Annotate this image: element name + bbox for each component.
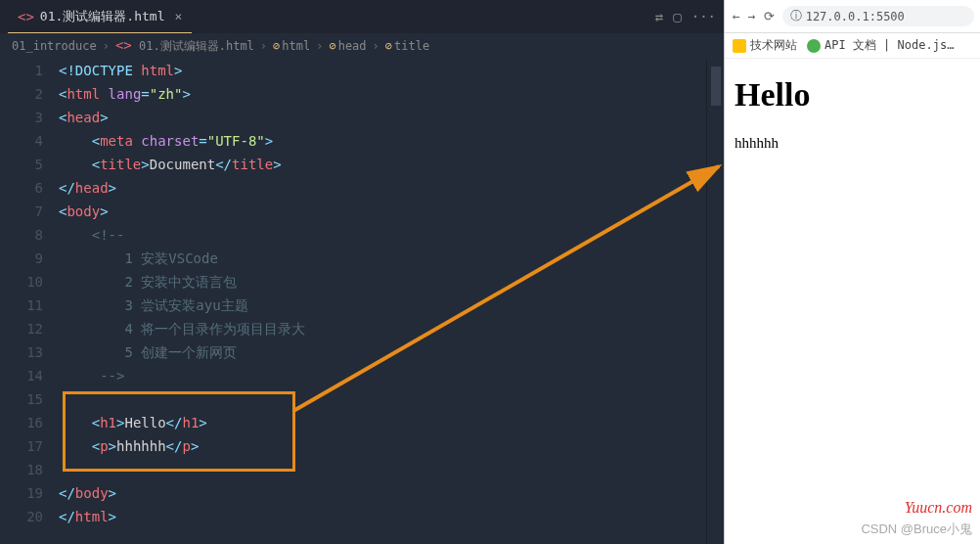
chevron-right-icon: › [103,39,110,53]
tab-label: 01.测试编辑器.html [40,8,165,25]
reload-button[interactable]: ⟳ [762,7,777,25]
browser-toolbar: ← → ⟳ ⓘ 127.0.0.1:5500 [725,0,980,33]
address-bar[interactable]: ⓘ 127.0.0.1:5500 [782,6,974,26]
compare-icon[interactable]: ⇄ [655,9,663,24]
close-tab-icon[interactable]: × [174,9,182,23]
split-editor-icon[interactable]: ▢ [673,9,681,24]
watermark: CSDN @Bruce小鬼 [861,521,972,538]
breadcrumb-item[interactable]: ⊘head [329,39,366,53]
more-actions-icon[interactable]: ··· [691,9,716,24]
code-area[interactable]: 1234567891011121314151617181920 <!DOCTYP… [0,59,724,544]
breadcrumb-item[interactable]: 01_introduce [12,39,97,53]
bookmark-item[interactable]: 技术网站 [733,37,797,54]
browser-pane: ← → ⟳ ⓘ 127.0.0.1:5500 技术网站 API 文档 | Nod… [724,0,980,544]
breadcrumb[interactable]: 01_introduce › <> 01.测试编辑器.html › ⊘html … [0,33,724,59]
breadcrumb-item[interactable]: ⊘html [273,39,310,53]
bookmark-icon [807,39,821,53]
chevron-right-icon: › [260,39,267,53]
editor-tabbar: <> 01.测试编辑器.html × ⇄ ▢ ··· [0,0,724,33]
bookmarks-bar: 技术网站 API 文档 | Node.js… [725,33,980,59]
chevron-right-icon: › [316,39,323,53]
minimap[interactable] [706,59,724,544]
watermark: Yuucn.com [905,499,972,517]
url-text: 127.0.0.1:5500 [806,10,905,23]
editor-tab[interactable]: <> 01.测试编辑器.html × [8,0,192,33]
page-paragraph: hhhhhh [735,135,970,152]
back-button[interactable]: ← [731,7,742,25]
chevron-right-icon: › [373,39,379,53]
html-file-icon: <> [18,9,34,24]
browser-viewport: Hello hhhhhh [725,59,980,169]
site-info-icon[interactable]: ⓘ [790,8,802,24]
minimap-thumb [711,67,721,106]
breadcrumb-item[interactable]: ⊘title [385,39,429,53]
annotation-box [63,391,295,472]
folder-icon [733,39,746,53]
bookmark-item[interactable]: API 文档 | Node.js… [807,37,954,54]
forward-button[interactable]: → [746,7,758,25]
page-heading: Hello [735,76,970,113]
code-editor-pane: <> 01.测试编辑器.html × ⇄ ▢ ··· 01_introduce … [0,0,724,544]
breadcrumb-item[interactable]: <> 01.测试编辑器.html [115,37,254,55]
line-number-gutter: 1234567891011121314151617181920 [0,59,59,544]
